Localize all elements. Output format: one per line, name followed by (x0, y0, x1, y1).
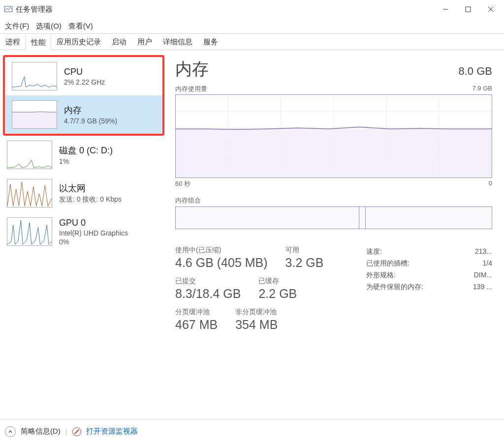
stat-slots: 已使用的插槽: 1/4 (366, 258, 492, 269)
close-button[interactable] (479, 1, 502, 18)
cpu-info: CPU 2% 2.22 GHz (64, 67, 105, 86)
resource-monitor-link[interactable]: 打开资源监视器 (86, 427, 138, 436)
usage-label: 内存使用量 (175, 85, 207, 93)
stat-hw-reserved: 为硬件保留的内存: 139 ... (366, 281, 492, 293)
cpu-thumbnail-graph (12, 62, 57, 90)
page-title: 内存 (175, 58, 209, 81)
svg-rect-5 (12, 112, 57, 128)
tab-performance[interactable]: 性能 (26, 34, 51, 50)
ethernet-info: 以太网 发送: 0 接收: 0 Kbps (59, 182, 122, 204)
x-left: 60 秒 (175, 179, 190, 188)
maximize-button[interactable] (457, 1, 479, 18)
sidebar-item-cpu[interactable]: CPU 2% 2.22 GHz (5, 57, 162, 95)
gpu-info: GPU 0 Intel(R) UHD Graphics 0% (59, 218, 128, 246)
stats: 使用中(已压缩) 4.6 GB (405 MB) 可用 3.2 GB 已提交 8… (175, 246, 492, 339)
window-controls (434, 1, 502, 18)
main-header: 内存 8.0 GB (175, 58, 492, 81)
tab-details[interactable]: 详细信息 (158, 34, 198, 50)
stat-nonpaged: 非分页缓冲池 354 MB (235, 308, 278, 332)
tab-startup[interactable]: 启动 (106, 34, 132, 50)
tabs: 进程 性能 应用历史记录 启动 用户 详细信息 服务 (0, 33, 504, 50)
stats-left: 使用中(已压缩) 4.6 GB (405 MB) 可用 3.2 GB 已提交 8… (175, 246, 348, 339)
tab-services[interactable]: 服务 (198, 34, 223, 50)
menu-options[interactable]: 选项(O) (36, 22, 62, 31)
svg-rect-0 (4, 6, 12, 12)
usage-max: 7.9 GB (472, 85, 492, 93)
divider: | (65, 427, 67, 436)
collapse-icon[interactable] (5, 426, 16, 437)
stat-in-use: 使用中(已压缩) 4.6 GB (405 MB) (175, 246, 268, 270)
tab-users[interactable]: 用户 (132, 34, 158, 50)
menu-view[interactable]: 查看(V) (68, 22, 93, 31)
titlebar: 任务管理器 (0, 0, 504, 19)
cpu-title: CPU (64, 67, 105, 77)
sidebar: CPU 2% 2.22 GHz 内存 4.7/7.9 GB (59%) (0, 50, 167, 419)
memory-info: 内存 4.7/7.9 GB (59%) (64, 104, 117, 125)
highlight-annotation: CPU 2% 2.22 GHz 内存 4.7/7.9 GB (59%) (3, 55, 164, 136)
stat-available: 可用 3.2 GB (285, 246, 324, 270)
memory-title: 内存 (64, 104, 117, 116)
gpu-thumbnail-graph (7, 217, 52, 246)
resource-monitor-icon (72, 427, 81, 436)
disk-info: 磁盘 0 (C: D:) 1% (59, 145, 113, 165)
disk-thumbnail-graph (7, 141, 52, 169)
stat-cached: 已缓存 2.2 GB (258, 277, 297, 301)
brief-info-link[interactable]: 简略信息(D) (21, 427, 61, 436)
x-right: 0 (489, 179, 492, 188)
sidebar-item-ethernet[interactable]: 以太网 发送: 0 接收: 0 Kbps (0, 174, 167, 212)
tab-app-history[interactable]: 应用历史记录 (51, 34, 106, 50)
gpu-title: GPU 0 (59, 218, 128, 228)
memory-thumbnail-graph (12, 100, 57, 129)
chart-x-axis: 60 秒 0 (175, 179, 492, 188)
sidebar-item-disk[interactable]: 磁盘 0 (C: D:) 1% (0, 136, 167, 174)
sidebar-item-gpu[interactable]: GPU 0 Intel(R) UHD Graphics 0% (0, 212, 167, 251)
sidebar-item-memory[interactable]: 内存 4.7/7.9 GB (59%) (5, 95, 162, 134)
ethernet-thumbnail-graph (7, 179, 52, 207)
menubar: 文件(F) 选项(O) 查看(V) (0, 19, 504, 33)
window-title: 任务管理器 (16, 5, 434, 14)
stats-right: 速度: 213... 已使用的插槽: 1/4 外形规格: DIM... 为硬件保… (366, 246, 492, 339)
svg-rect-2 (466, 7, 471, 12)
stat-committed: 已提交 8.3/18.4 GB (175, 277, 241, 301)
stat-form-factor: 外形规格: DIM... (366, 269, 492, 281)
app-icon (4, 5, 13, 14)
minimize-button[interactable] (434, 1, 457, 18)
cpu-sub: 2% 2.22 GHz (64, 78, 105, 86)
stat-paged: 分页缓冲池 467 MB (175, 308, 218, 332)
footer: 简略信息(D) | 打开资源监视器 (0, 419, 504, 443)
memory-sub: 4.7/7.9 GB (59%) (64, 117, 117, 125)
disk-sub: 1% (59, 157, 113, 165)
memory-composition-bar (175, 207, 492, 229)
capacity-value: 8.0 GB (459, 65, 492, 78)
gpu-sub2: 0% (59, 238, 128, 246)
stat-speed: 速度: 213... (366, 246, 492, 258)
gpu-sub: Intel(R) UHD Graphics (59, 229, 128, 237)
main-panel: 内存 8.0 GB 内存使用量 7.9 GB 60 秒 (167, 50, 504, 419)
disk-title: 磁盘 0 (C: D:) (59, 145, 113, 156)
memory-usage-chart (175, 94, 492, 178)
chart-top-labels: 内存使用量 7.9 GB (175, 85, 492, 93)
menu-file[interactable]: 文件(F) (5, 22, 29, 31)
composition-label: 内存组合 (175, 196, 492, 205)
tab-processes[interactable]: 进程 (0, 34, 26, 50)
ethernet-sub: 发送: 0 接收: 0 Kbps (59, 195, 122, 204)
ethernet-title: 以太网 (59, 182, 122, 194)
